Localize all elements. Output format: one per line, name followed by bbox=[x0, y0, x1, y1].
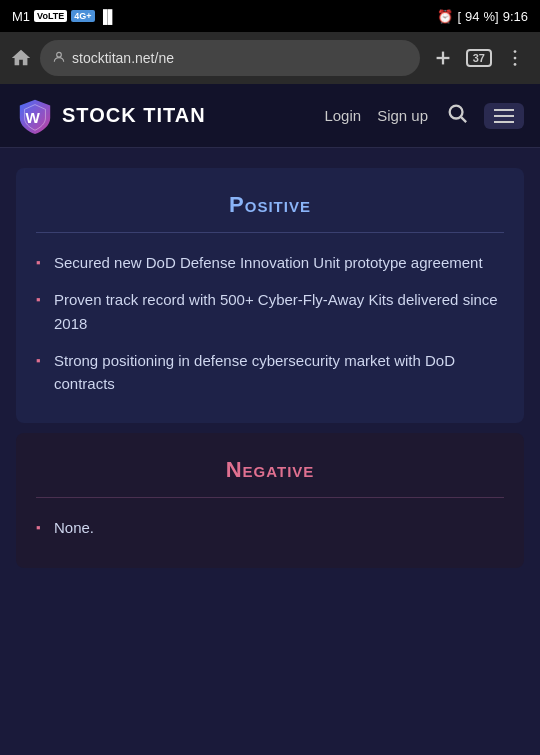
battery-percent: %] bbox=[484, 9, 499, 24]
list-item: None. bbox=[36, 516, 504, 539]
network-type-badge: 4G+ bbox=[71, 10, 94, 22]
login-link[interactable]: Login bbox=[322, 103, 363, 128]
svg-point-0 bbox=[57, 52, 62, 57]
negative-list: None. bbox=[36, 516, 504, 539]
negative-title: Negative bbox=[36, 457, 504, 483]
status-bar: M1 VoLTE 4G+ ▐▌ ⏰ [ 94 %] 9:16 bbox=[0, 0, 540, 32]
tab-count-badge[interactable]: 37 bbox=[466, 49, 492, 67]
url-text: stocktitan.net/ne bbox=[72, 50, 174, 66]
list-item: Strong positioning in defense cybersecur… bbox=[36, 349, 504, 396]
logo-container[interactable]: W STOCK TITAN bbox=[16, 97, 206, 135]
time-display: 9:16 bbox=[503, 9, 528, 24]
signup-link[interactable]: Sign up bbox=[375, 103, 430, 128]
battery-level: 94 bbox=[465, 9, 479, 24]
positive-section: Positive Secured new DoD Defense Innovat… bbox=[16, 168, 524, 423]
positive-title: Positive bbox=[36, 192, 504, 218]
svg-point-5 bbox=[514, 63, 517, 66]
browser-menu-button[interactable] bbox=[500, 43, 530, 73]
positive-divider bbox=[36, 232, 504, 233]
svg-point-3 bbox=[514, 50, 517, 53]
address-bar[interactable]: stocktitan.net/ne bbox=[40, 40, 420, 76]
nav-menu-button[interactable] bbox=[484, 103, 524, 129]
nav-header: W STOCK TITAN Login Sign up bbox=[0, 84, 540, 148]
logo-text: STOCK TITAN bbox=[62, 104, 206, 127]
carrier-label: M1 bbox=[12, 9, 30, 24]
security-icon bbox=[52, 50, 66, 67]
page-content: Positive Secured new DoD Defense Innovat… bbox=[0, 148, 540, 755]
alarm-icon: ⏰ bbox=[437, 9, 453, 24]
negative-divider bbox=[36, 497, 504, 498]
home-button[interactable] bbox=[10, 47, 32, 69]
list-item: Secured new DoD Defense Innovation Unit … bbox=[36, 251, 504, 274]
negative-section: Negative None. bbox=[16, 433, 524, 567]
new-tab-button[interactable] bbox=[428, 43, 458, 73]
svg-point-4 bbox=[514, 57, 517, 60]
svg-line-8 bbox=[461, 117, 466, 122]
svg-point-7 bbox=[450, 105, 463, 118]
volte-badge: VoLTE bbox=[34, 10, 67, 22]
list-item: Proven track record with 500+ Cyber-Fly-… bbox=[36, 288, 504, 335]
status-left: M1 VoLTE 4G+ ▐▌ bbox=[12, 9, 117, 24]
positive-list: Secured new DoD Defense Innovation Unit … bbox=[36, 251, 504, 395]
svg-text:W: W bbox=[26, 108, 41, 125]
status-right: ⏰ [ 94 %] 9:16 bbox=[437, 9, 528, 24]
browser-chrome: stocktitan.net/ne 37 bbox=[0, 32, 540, 84]
signal-bars-icon: ▐▌ bbox=[99, 9, 117, 24]
logo-icon: W bbox=[16, 97, 54, 135]
search-button[interactable] bbox=[442, 98, 472, 134]
battery-icon: [ bbox=[457, 9, 461, 24]
